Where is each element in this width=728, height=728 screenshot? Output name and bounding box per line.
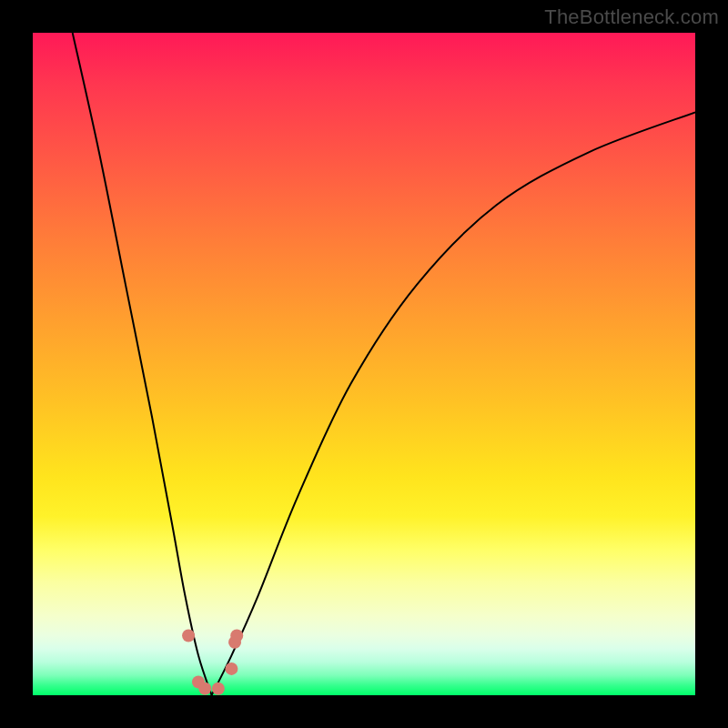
marker-point — [225, 662, 238, 675]
plot-area — [33, 33, 695, 695]
curve-layer — [33, 33, 695, 695]
highlight-markers — [182, 629, 243, 694]
marker-point — [198, 682, 211, 695]
marker-point — [212, 682, 225, 695]
watermark-text: TheBottleneck.com — [544, 5, 719, 29]
marker-point — [182, 629, 195, 642]
curve-left-branch — [73, 33, 212, 695]
curve-right-branch — [212, 112, 695, 695]
chart-frame: TheBottleneck.com — [0, 0, 728, 728]
marker-point — [230, 629, 243, 642]
